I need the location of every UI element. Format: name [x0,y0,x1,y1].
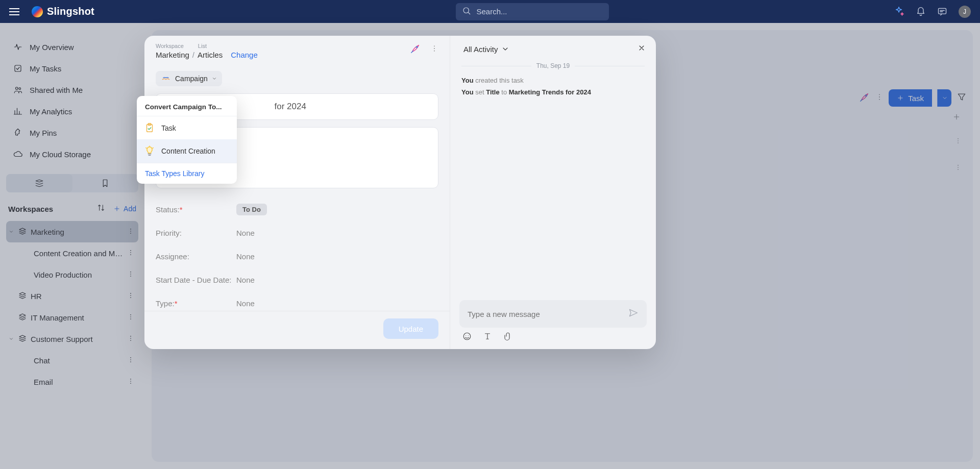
rocket-icon[interactable] [410,43,421,56]
send-icon[interactable] [628,308,639,320]
popover-option-content-creation[interactable]: Content Creation [137,139,237,163]
attachment-icon[interactable] [503,332,512,343]
activity-filter-dropdown[interactable]: All Activity [463,45,509,54]
dates-value: None [236,276,255,284]
crumb-label-workspace: Workspace [156,43,184,50]
compose-box[interactable] [459,300,647,328]
priority-value: None [236,229,255,237]
chevron-down-icon [501,45,509,53]
svg-point-39 [416,46,418,48]
option-label: Task [161,124,176,132]
breadcrumb: Workspace List Marketing / Articles Chan… [156,43,258,60]
crumb-workspace[interactable]: Marketing [156,51,189,60]
field-assignee[interactable]: Assignee: None [156,244,438,268]
change-list-link[interactable]: Change [231,51,258,60]
task-type-chip[interactable]: Campaign [156,71,222,86]
breadcrumb-separator: / [192,51,194,60]
option-label: Content Creation [161,147,215,155]
global-search[interactable] [456,3,609,20]
more-icon[interactable] [430,44,438,55]
svg-point-41 [434,48,435,49]
status-value[interactable]: To Do [236,204,267,215]
activity-header: All Activity [450,36,656,59]
convert-type-popover: Convert Campaign To... Task Content Crea… [137,96,237,184]
emoji-icon[interactable] [462,332,472,343]
field-status[interactable]: Status:* To Do [156,198,438,221]
compose-input[interactable] [468,310,628,318]
field-priority[interactable]: Priority: None [156,221,438,244]
search-input[interactable] [476,7,603,16]
modal-footer: Update [144,311,450,349]
compose-tools [459,328,647,343]
modal-left-pane: Workspace List Marketing / Articles Chan… [144,36,450,349]
message-composer [450,294,656,349]
type-value: None [236,299,255,308]
svg-point-45 [468,335,469,336]
chat-icon[interactable] [937,7,947,17]
field-dates[interactable]: Start Date - Due Date: None [156,268,438,291]
modal-right-pane: All Activity Thu, Sep 19 You created thi… [450,36,656,349]
activity-entry: You set Title to Marketing Trends for 20… [461,88,645,96]
search-icon [462,6,471,17]
campaign-icon [161,73,171,84]
field-type[interactable]: Type:* None [156,291,438,311]
chevron-down-icon [212,76,217,81]
brand-logo-icon [32,6,43,17]
svg-point-40 [434,45,435,46]
assignee-value: None [236,252,255,261]
notifications-icon[interactable] [916,7,926,17]
clipboard-check-icon [144,122,155,134]
brand-name: Slingshot [47,6,94,17]
app-header: Slingshot J [0,0,980,23]
modal-header: Workspace List Marketing / Articles Chan… [144,36,450,65]
crumb-list[interactable]: Articles [198,51,223,60]
hamburger-menu[interactable] [9,8,19,15]
svg-point-44 [465,335,466,336]
svg-point-42 [434,51,435,52]
svg-point-43 [463,333,471,340]
crumb-label-list: List [198,43,207,50]
title-fragment: for 2024 [274,102,306,112]
close-modal-button[interactable] [638,44,646,54]
activity-entry: You created this task [461,77,645,84]
brand[interactable]: Slingshot [32,6,94,17]
lightbulb-icon [144,145,155,157]
popover-option-task[interactable]: Task [137,116,237,139]
svg-rect-1 [939,8,946,14]
svg-point-0 [463,8,469,13]
task-detail-modal: Workspace List Marketing / Articles Chan… [144,36,656,349]
date-divider: Thu, Sep 19 [461,62,645,69]
user-avatar[interactable]: J [959,6,971,18]
activity-log: Thu, Sep 19 You created this task You se… [450,59,656,294]
text-format-icon[interactable] [483,332,492,343]
type-chip-label: Campaign [175,75,208,83]
task-types-library-link[interactable]: Task Types Library [137,163,237,184]
popover-heading: Convert Campaign To... [137,96,237,116]
ai-sparkle-icon[interactable] [893,6,904,17]
task-fields: Status:* To Do Priority: None Assignee: … [156,198,438,311]
update-button[interactable]: Update [383,318,438,339]
